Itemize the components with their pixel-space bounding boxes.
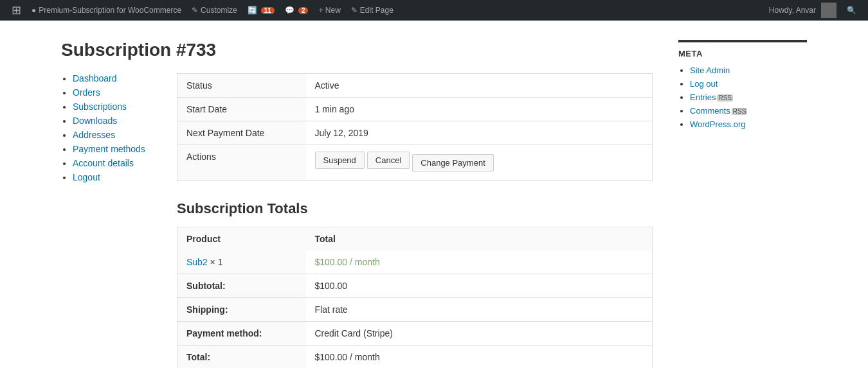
- shipping-value: Flat rate: [306, 298, 653, 322]
- nav-link-orders[interactable]: Orders: [73, 87, 100, 98]
- updates-button[interactable]: 🔄 11: [242, 0, 280, 21]
- comments-icon: 💬: [285, 6, 294, 15]
- howdy-button[interactable]: Howdy, Anvar: [764, 0, 842, 21]
- table-row-start-date: Start Date 1 min ago: [177, 98, 653, 121]
- nav-item-payment-methods: Payment methods: [73, 144, 151, 154]
- admin-bar: ⊞ ● Premium-Subscription for WooCommerce…: [0, 0, 868, 21]
- table-row-actions: Actions Suspend Cancel Change Payment: [177, 145, 653, 181]
- total-label: Total:: [177, 346, 306, 369]
- nav-item-subscriptions: Subscriptions: [73, 101, 151, 112]
- nav-link-dashboard[interactable]: Dashboard: [73, 73, 117, 83]
- meta-link-wordpress-org[interactable]: WordPress.org: [690, 119, 745, 129]
- meta-link-site-admin[interactable]: Site Admin: [690, 66, 730, 75]
- nav-link-account-details[interactable]: Account details: [73, 158, 134, 168]
- meta-item-wordpress-org: WordPress.org: [690, 119, 807, 129]
- product-link[interactable]: Sub2: [186, 257, 208, 267]
- suspend-button[interactable]: Suspend: [315, 152, 365, 169]
- product-header: Product: [177, 227, 306, 251]
- nav-link-addresses[interactable]: Addresses: [73, 130, 115, 140]
- meta-link-entries-rss[interactable]: EntriesRSS: [690, 92, 733, 102]
- main-content: Subscription #733 Dashboard Orders Subsc…: [61, 40, 653, 368]
- comments-button[interactable]: 💬 2: [280, 0, 314, 21]
- search-icon: 🔍: [847, 6, 856, 15]
- meta-divider: [678, 40, 807, 42]
- table-row-shipping: Shipping: Flat rate: [177, 298, 653, 322]
- nav-link-subscriptions[interactable]: Subscriptions: [73, 101, 127, 112]
- start-date-label: Start Date: [177, 98, 306, 121]
- site-name-button[interactable]: ● Premium-Subscription for WooCommerce: [26, 0, 186, 21]
- product-total: $100.00 / month: [306, 250, 653, 274]
- nav-link-downloads[interactable]: Downloads: [73, 116, 117, 126]
- product-cell: Sub2 × 1: [177, 250, 306, 274]
- next-payment-label: Next Payment Date: [177, 121, 306, 145]
- table-row-subtotal: Subtotal: $100.00: [177, 274, 653, 298]
- meta-list: Site Admin Log out EntriesRSS CommentsRS…: [678, 65, 807, 129]
- status-label: Status: [177, 74, 306, 98]
- meta-item-entries-rss: EntriesRSS: [690, 92, 807, 102]
- inner-layout: Dashboard Orders Subscriptions Downloads: [61, 73, 653, 368]
- subscription-table: Status Active Start Date 1 min ago Next …: [177, 73, 653, 181]
- site-name-label: Premium-Subscription for WooCommerce: [39, 6, 181, 15]
- customize-button[interactable]: ✎ Customize: [186, 0, 242, 21]
- table-row-total: Total: $100.00 / month: [177, 346, 653, 369]
- nav-link-logout[interactable]: Logout: [73, 172, 100, 182]
- status-value: Active: [306, 74, 653, 98]
- product-quantity: × 1: [208, 257, 223, 267]
- edit-page-button[interactable]: ✎ Edit Page: [346, 0, 399, 21]
- nav-item-account-details: Account details: [73, 158, 151, 168]
- wp-icon: ⊞: [12, 3, 21, 17]
- total-header: Total: [306, 227, 653, 251]
- table-row-payment-method: Payment method: Credit Card (Stripe): [177, 322, 653, 346]
- customize-icon: ✎: [192, 6, 198, 15]
- actions-buttons: Suspend Cancel Change Payment: [315, 152, 644, 174]
- nav-item-orders: Orders: [73, 87, 151, 98]
- nav-sidebar: Dashboard Orders Subscriptions Downloads: [61, 73, 151, 368]
- wp-logo-button[interactable]: ⊞: [6, 0, 26, 21]
- updates-icon: 🔄: [248, 6, 257, 15]
- totals-title: Subscription Totals: [177, 200, 653, 217]
- table-row-status: Status Active: [177, 74, 653, 98]
- totals-table: Product Total Sub2 × 1 $100.00 / month: [177, 227, 653, 368]
- new-button[interactable]: + New: [313, 0, 345, 21]
- search-button[interactable]: 🔍: [842, 0, 862, 21]
- nav-link-payment-methods[interactable]: Payment methods: [73, 144, 145, 154]
- meta-item-site-admin: Site Admin: [690, 65, 807, 75]
- subscription-section: Status Active Start Date 1 min ago Next …: [177, 73, 653, 368]
- meta-link-log-out[interactable]: Log out: [690, 79, 718, 89]
- meta-item-log-out: Log out: [690, 78, 807, 89]
- payment-method-label: Payment method:: [177, 322, 306, 346]
- meta-sidebar: META Site Admin Log out EntriesRSS Comme…: [678, 40, 807, 368]
- nav-list: Dashboard Orders Subscriptions Downloads: [61, 73, 151, 182]
- subtotal-label: Subtotal:: [177, 274, 306, 298]
- nav-item-logout: Logout: [73, 172, 151, 182]
- subtotal-value: $100.00: [306, 274, 653, 298]
- payment-method-value: Credit Card (Stripe): [306, 322, 653, 346]
- table-row-next-payment: Next Payment Date July 12, 2019: [177, 121, 653, 145]
- totals-header-row: Product Total: [177, 227, 653, 251]
- avatar-icon: [821, 3, 836, 18]
- actions-label: Actions: [177, 145, 306, 181]
- meta-title: META: [678, 49, 807, 58]
- nav-item-addresses: Addresses: [73, 130, 151, 140]
- edit-icon: ✎: [351, 6, 357, 15]
- shipping-label: Shipping:: [177, 298, 306, 322]
- change-payment-button[interactable]: Change Payment: [412, 154, 493, 171]
- nav-item-dashboard: Dashboard: [73, 73, 151, 83]
- page-wrapper: Subscription #733 Dashboard Orders Subsc…: [0, 21, 868, 368]
- table-row-product: Sub2 × 1 $100.00 / month: [177, 250, 653, 274]
- nav-item-downloads: Downloads: [73, 116, 151, 126]
- page-title: Subscription #733: [61, 40, 653, 60]
- next-payment-value: July 12, 2019: [306, 121, 653, 145]
- total-value: $100.00 / month: [306, 346, 653, 369]
- meta-item-comments-rss: CommentsRSS: [690, 105, 807, 116]
- content-area: Subscription #733 Dashboard Orders Subsc…: [48, 21, 820, 368]
- actions-cell: Suspend Cancel Change Payment: [306, 145, 653, 181]
- cancel-button[interactable]: Cancel: [367, 152, 410, 169]
- site-icon: ●: [32, 6, 36, 15]
- start-date-value: 1 min ago: [306, 98, 653, 121]
- meta-link-comments-rss[interactable]: CommentsRSS: [690, 106, 747, 116]
